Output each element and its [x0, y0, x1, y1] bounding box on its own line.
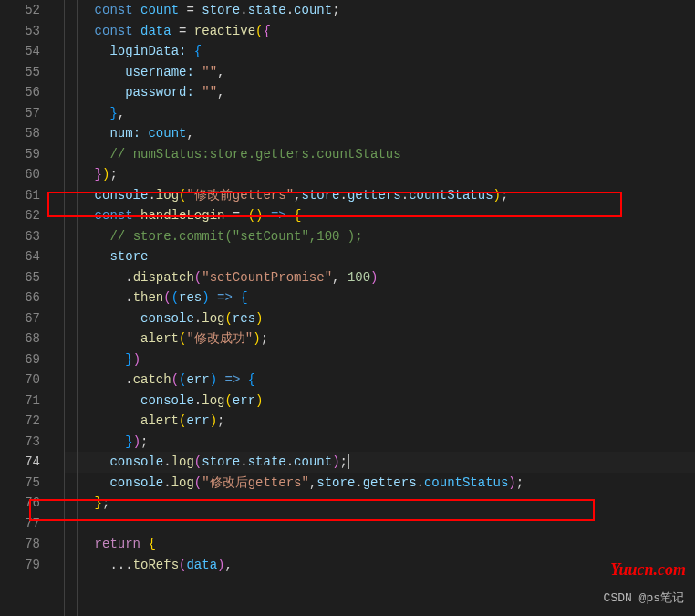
code-line[interactable]: }) [64, 350, 695, 371]
code-line[interactable]: alert(err); [64, 411, 695, 432]
line-number: 70 [9, 370, 40, 391]
line-number: 74 [9, 452, 40, 473]
watermark: Yuucn.com [610, 559, 686, 580]
indent-guide [77, 0, 78, 616]
code-line[interactable]: console.log("修改后getters",store.getters.c… [64, 473, 695, 494]
line-number: 60 [9, 164, 40, 185]
code-line[interactable]: }, [64, 103, 695, 124]
code-line[interactable]: }); [64, 164, 695, 185]
line-number: 76 [9, 493, 40, 514]
indent-guide [64, 0, 65, 616]
code-line[interactable]: .dispatch("setCountPromise", 100) [64, 267, 695, 288]
code-line[interactable]: const count = store.state.count; [64, 0, 695, 21]
line-number: 52 [9, 0, 40, 21]
code-line[interactable]: console.log(err) [64, 391, 695, 412]
line-number: 56 [9, 82, 40, 103]
line-number: 68 [9, 329, 40, 350]
line-number: 77 [9, 514, 40, 535]
code-line[interactable]: }; [64, 493, 695, 514]
code-line[interactable]: const handleLogin = () => { [64, 205, 695, 226]
line-number: 66 [9, 287, 40, 308]
line-number: 55 [9, 62, 40, 83]
code-line[interactable]: ...toRefs(data), [64, 555, 695, 576]
code-line[interactable]: }); [64, 432, 695, 453]
line-number: 75 [9, 473, 40, 494]
line-number: 78 [9, 534, 40, 555]
code-line[interactable]: console.log(store.state.count); [64, 452, 695, 473]
line-number: 73 [9, 432, 40, 453]
line-number: 79 [9, 555, 40, 576]
code-line[interactable]: store [64, 246, 695, 267]
code-line[interactable]: alert("修改成功"); [64, 329, 695, 350]
line-number: 61 [9, 185, 40, 206]
code-line[interactable]: // store.commit("setCount",100 ); [64, 226, 695, 247]
code-line[interactable]: username: "", [64, 62, 695, 83]
line-number: 58 [9, 123, 40, 144]
code-editor[interactable]: 5253545556575859606162636465666768697071… [0, 0, 695, 616]
line-number: 65 [9, 267, 40, 288]
code-area[interactable]: const count = store.state.count; const d… [57, 0, 695, 616]
code-line[interactable]: return { [64, 534, 695, 555]
line-number: 57 [9, 103, 40, 124]
line-number: 71 [9, 391, 40, 412]
code-line[interactable] [64, 514, 695, 535]
code-line[interactable]: .then((res) => { [64, 287, 695, 308]
code-line[interactable]: console.log("修改前getters",store.getters.c… [64, 185, 695, 206]
line-number: 72 [9, 411, 40, 432]
code-line[interactable]: const data = reactive({ [64, 21, 695, 42]
code-line[interactable]: loginData: { [64, 41, 695, 62]
code-line[interactable]: .catch((err) => { [64, 370, 695, 391]
code-line[interactable]: password: "", [64, 82, 695, 103]
code-line[interactable]: // numStatus:store.getters.countStatus [64, 144, 695, 165]
csdn-attribution: CSDN @ps笔记 [604, 589, 684, 610]
line-number: 67 [9, 308, 40, 329]
code-line[interactable]: num: count, [64, 123, 695, 144]
line-number: 64 [9, 246, 40, 267]
line-number: 63 [9, 226, 40, 247]
code-line[interactable]: console.log(res) [64, 308, 695, 329]
line-number: 59 [9, 144, 40, 165]
line-number: 54 [9, 41, 40, 62]
line-number: 53 [9, 21, 40, 42]
line-number: 69 [9, 350, 40, 371]
line-number: 62 [9, 205, 40, 226]
line-number-gutter: 5253545556575859606162636465666768697071… [0, 0, 57, 616]
